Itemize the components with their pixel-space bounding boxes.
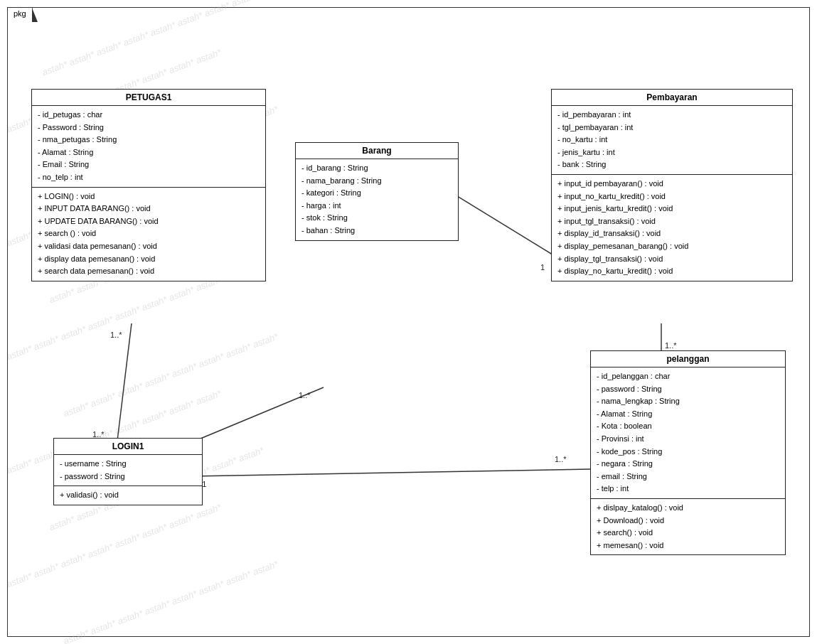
petugas1-attributes: - id_petugas : char - Password : String … (32, 106, 265, 188)
pelanggan-methods: + dislpay_katalog() : void + Download() … (591, 499, 785, 554)
pelanggan-class: pelanggan - id_pelanggan : char - passwo… (590, 350, 786, 555)
login1-attributes: - username : String - password : String (54, 455, 202, 486)
pembayaran-class: Pembayaran - id_pembayaran : int - tgl_p… (551, 89, 793, 281)
pelanggan-attributes: - id_pelanggan : char - password : Strin… (591, 367, 785, 499)
login1-title: LOGIN1 (54, 439, 202, 455)
barang-attributes: - id_barang : String - nama_barang : Str… (296, 159, 458, 240)
petugas1-methods: + LOGIN() : void + INPUT DATA BARANG() :… (32, 188, 265, 281)
pembayaran-attributes: - id_pembayaran : int - tgl_pembayaran :… (552, 106, 792, 175)
petugas1-class: PETUGAS1 - id_petugas : char - Password … (31, 89, 266, 281)
pembayaran-methods: + input_id pembayaran() : void + input_n… (552, 175, 792, 281)
pkg-label: pkg (14, 9, 26, 18)
pkg-tab: pkg (7, 7, 33, 19)
pelanggan-title: pelanggan (591, 351, 785, 367)
login1-class: LOGIN1 - username : String - password : … (53, 438, 203, 505)
petugas1-title: PETUGAS1 (32, 90, 265, 106)
barang-class: Barang - id_barang : String - nama_baran… (295, 142, 459, 241)
login1-methods: + validasi() : void (54, 486, 202, 505)
pembayaran-title: Pembayaran (552, 90, 792, 106)
barang-title: Barang (296, 143, 458, 159)
